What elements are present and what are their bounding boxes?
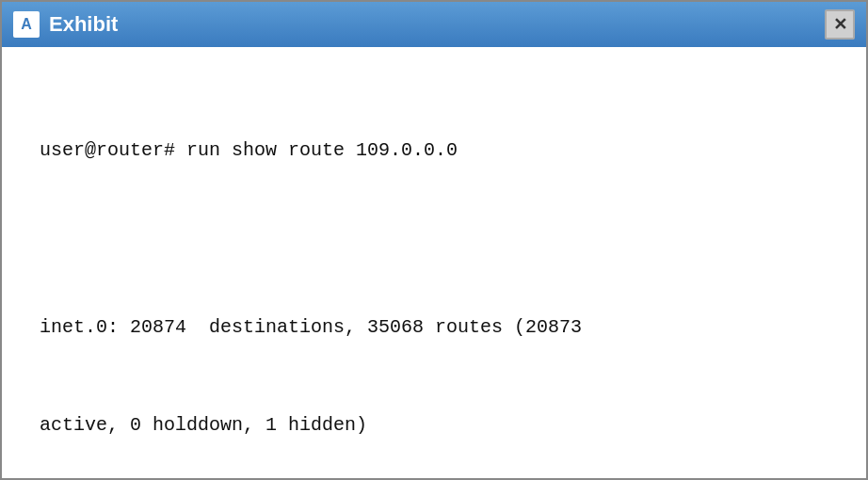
title-bar-left: A Exhibit [13, 11, 118, 38]
window-icon: A [13, 11, 40, 38]
terminal-line-3: active, 0 holddown, 1 hidden) [40, 410, 828, 440]
terminal-line-2: inet.0: 20874 destinations, 35068 routes… [40, 312, 828, 343]
window-title: Exhibit [49, 12, 118, 37]
terminal-content: user@router# run show route 109.0.0.0 in… [2, 47, 866, 478]
title-bar: A Exhibit ✕ [2, 2, 866, 47]
close-button[interactable]: ✕ [825, 9, 855, 40]
terminal-line-1: user@router# run show route 109.0.0.0 [40, 136, 828, 166]
exhibit-window: A Exhibit ✕ user@router# run show route … [0, 0, 868, 480]
